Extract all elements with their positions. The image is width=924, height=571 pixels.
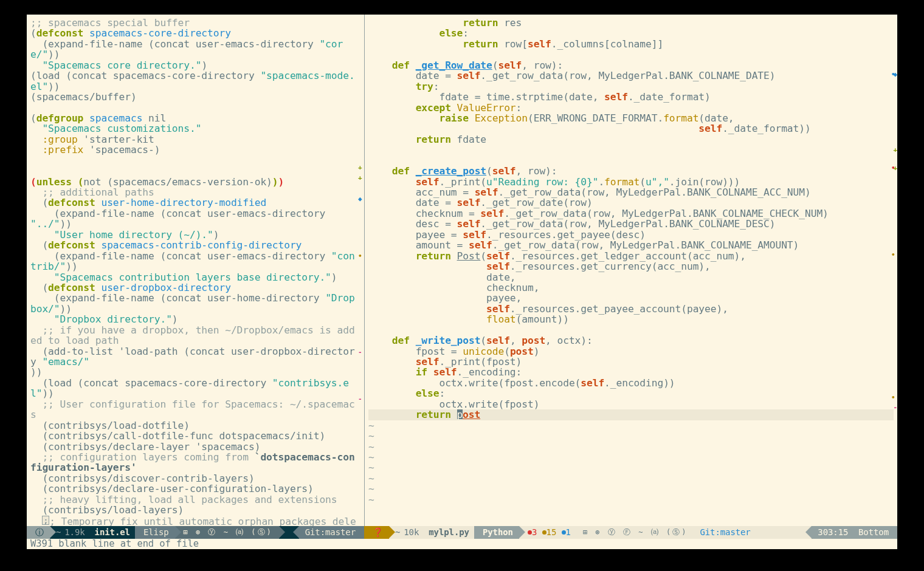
modeline-flycheck: 3 15 1 (519, 526, 577, 539)
right-modeline: ❓ ~ 10k mylpl.py Python 3 15 1 ⊞ ⊛ ⓨ Ⓕ ~… (364, 526, 897, 539)
left-modeline: ⓘ ~ 1.9k init.el Elisp ⊞ ⊛ ⓨ ~ ⒜ (Ⓢ) Git… (27, 526, 364, 539)
right-editor-pane[interactable]: return res else: return row[self._column… (364, 15, 897, 526)
right-gutter: •◆++•••- (891, 15, 897, 526)
right-code-area[interactable]: return res else: return row[self._column… (365, 15, 897, 526)
modeline-state-icon: ⓘ (27, 526, 50, 539)
left-editor-pane[interactable]: ;; spacemacs special buffer (defconst sp… (27, 15, 364, 526)
modeline-vcs: Git:master (694, 526, 756, 539)
left-code-area[interactable]: ;; spacemacs special buffer (defconst sp… (27, 15, 364, 526)
modeline-bar: ⓘ ~ 1.9k init.el Elisp ⊞ ⊛ ⓨ ~ ⒜ (Ⓢ) Git… (27, 526, 897, 539)
modeline-filename: init.el (91, 528, 135, 537)
left-gutter: ++◆•-- (358, 15, 364, 526)
modeline-state-icon: ❓ (364, 526, 389, 539)
modeline-minor-modes: ⊞ ⊛ ⓨ ~ ⒜ (Ⓢ) (175, 526, 279, 539)
echo-area: W391 blank line at end of file (27, 539, 897, 549)
modeline-minor-modes: ⊞ ⊛ ⓨ Ⓕ ~ ⒜ (Ⓢ) (577, 526, 694, 539)
modeline-cursor-position: 303:15 Bottom (812, 526, 897, 539)
modeline-filename: mylpl.py (425, 528, 474, 537)
modeline-major-mode: Elisp (135, 526, 175, 539)
modeline-major-mode: Python (474, 526, 519, 539)
modeline-size: ~ 1.9k (50, 526, 91, 539)
modeline-vcs: Git:master (299, 526, 364, 539)
